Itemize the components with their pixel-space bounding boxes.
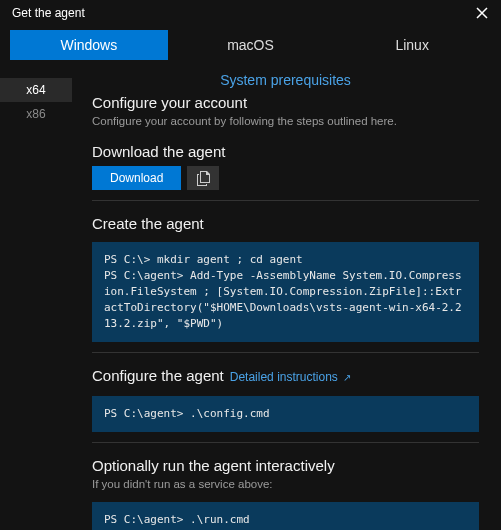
system-prerequisites-link[interactable]: System prerequisites <box>92 72 479 88</box>
tab-linux[interactable]: Linux <box>333 30 491 60</box>
tab-x86[interactable]: x86 <box>0 102 72 126</box>
download-button[interactable]: Download <box>92 166 181 190</box>
copy-icon <box>197 171 210 186</box>
run-agent-sub: If you didn't run as a service above: <box>92 476 479 492</box>
arch-tabs: x64 x86 <box>0 60 72 530</box>
detailed-instructions-link[interactable]: Detailed instructions ↗ <box>230 370 351 384</box>
create-agent-code[interactable]: PS C:\> mkdir agent ; cd agent PS C:\age… <box>92 242 479 342</box>
tab-windows[interactable]: Windows <box>10 30 168 60</box>
divider <box>92 442 479 443</box>
configure-account-title: Configure your account <box>92 94 479 111</box>
download-title: Download the agent <box>92 143 479 160</box>
link-label: Detailed instructions <box>230 370 338 384</box>
run-agent-code[interactable]: PS C:\agent> .\run.cmd <box>92 502 479 530</box>
configure-agent-title: Configure the agent <box>92 367 224 384</box>
close-button[interactable] <box>473 4 491 22</box>
configure-account-sub: Configure your account by following the … <box>92 113 479 129</box>
divider <box>92 352 479 353</box>
copy-button[interactable] <box>187 166 219 190</box>
tab-macos[interactable]: macOS <box>172 30 330 60</box>
external-link-icon: ↗ <box>340 372 351 383</box>
divider <box>92 200 479 201</box>
dialog-title: Get the agent <box>12 6 85 20</box>
tab-x64[interactable]: x64 <box>0 78 72 102</box>
run-agent-title: Optionally run the agent interactively <box>92 457 479 474</box>
configure-agent-code[interactable]: PS C:\agent> .\config.cmd <box>92 396 479 432</box>
os-tabs: Windows macOS Linux <box>0 30 501 60</box>
create-agent-title: Create the agent <box>92 215 479 232</box>
